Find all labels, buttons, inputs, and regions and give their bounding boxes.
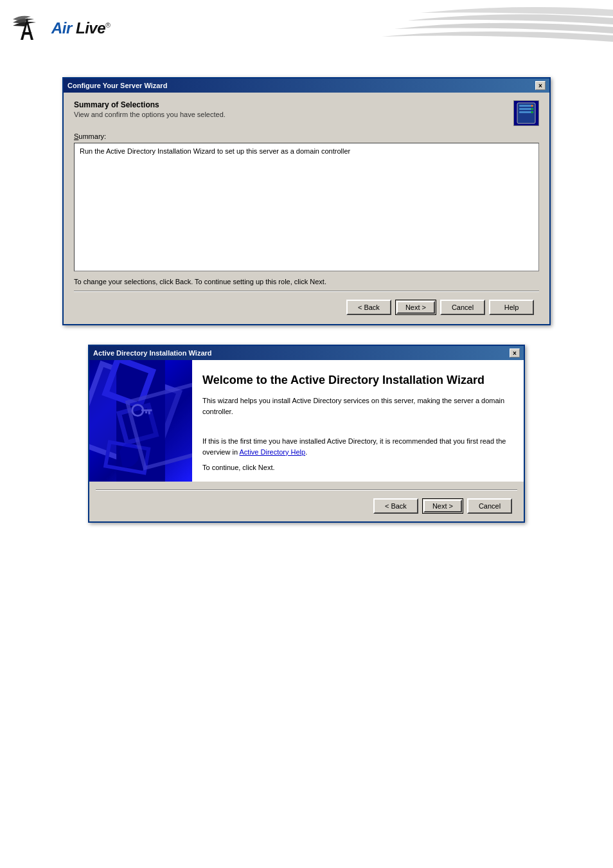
summary-label: Summary: — [74, 132, 539, 140]
ad-wizard-close-button[interactable]: × — [510, 348, 520, 357]
svg-point-10 — [132, 405, 143, 416]
configure-wizard-dialog: Configure Your Server Wizard × Summary o… — [62, 77, 551, 325]
configure-wizard-header: Summary of Selections View and confirm t… — [74, 100, 539, 126]
airlive-logo-icon — [12, 12, 49, 45]
ad-continue-text: To continue, click Next. — [202, 464, 513, 471]
configure-wizard-body: Summary of Selections View and confirm t… — [64, 93, 549, 324]
logo-air: Air — [51, 19, 72, 37]
ad-separator — [96, 489, 517, 491]
ad-next-button[interactable]: Next > — [423, 500, 462, 512]
logo-registered: ® — [105, 21, 111, 29]
ad-wizard-buttons: < Back Next > Cancel — [96, 494, 517, 518]
ad-panel-decoration — [89, 360, 192, 482]
main-content: Configure Your Server Wizard × Summary o… — [0, 71, 613, 536]
configure-back-button[interactable]: < Back — [346, 300, 391, 315]
summary-content: Run the Active Directory Installation Wi… — [80, 147, 350, 155]
configure-wizard-heading: Summary of Selections — [74, 100, 226, 109]
ad-left-image — [89, 360, 192, 482]
configure-wizard-close-button[interactable]: × — [535, 81, 546, 90]
ad-wizard-body: Welcome to the Active Directory Installa… — [89, 360, 524, 482]
server-icon — [515, 102, 538, 125]
svg-rect-11 — [141, 410, 152, 411]
configure-help-button[interactable]: Help — [489, 300, 534, 315]
ad-welcome-title: Welcome to the Active Directory Installa… — [202, 373, 513, 388]
ad-wizard-title: Active Directory Installation Wizard — [93, 349, 212, 357]
ad-wizard-titlebar: Active Directory Installation Wizard × — [89, 346, 524, 360]
ad-help-link[interactable]: Active Directory Help — [239, 448, 305, 456]
dialog-separator — [74, 291, 539, 292]
svg-point-4 — [531, 105, 533, 107]
ad-next-wrapper: Next > — [422, 498, 463, 514]
configure-wizard-subheading: View and confirm the options you have se… — [74, 111, 226, 118]
ad-left-panel — [89, 360, 192, 482]
ad-cancel-button[interactable]: Cancel — [467, 498, 512, 514]
ad-back-button[interactable]: < Back — [373, 498, 418, 514]
configure-next-button[interactable]: Next > — [396, 301, 435, 314]
configure-wizard-title: Configure Your Server Wizard — [67, 82, 167, 89]
logo-area: Air Live® — [12, 12, 111, 45]
configure-wizard-titlebar: Configure Your Server Wizard × — [64, 78, 549, 93]
ad-wizard-dialog: Active Directory Installation Wizard × — [88, 345, 525, 523]
configure-wizard-header-text: Summary of Selections View and confirm t… — [74, 100, 226, 118]
svg-point-5 — [531, 108, 533, 110]
svg-point-6 — [531, 111, 533, 113]
ad-intro-text: This wizard helps you install Active Dir… — [202, 395, 513, 417]
header: Air Live® — [0, 0, 613, 71]
ad-right-panel: Welcome to the Active Directory Installa… — [192, 360, 524, 482]
logo-live: Live — [72, 19, 105, 37]
svg-rect-12 — [148, 411, 150, 415]
svg-rect-13 — [145, 411, 147, 413]
ad-wizard-footer: < Back Next > Cancel — [89, 482, 524, 521]
configure-next-wrapper: Next > — [395, 300, 436, 315]
configure-footer-text: To change your selections, click Back. T… — [74, 278, 539, 285]
ad-info-text: If this is the first time you have insta… — [202, 436, 513, 457]
configure-cancel-button[interactable]: Cancel — [440, 300, 485, 315]
summary-box: Run the Active Directory Installation Wi… — [74, 143, 539, 271]
configure-wizard-icon — [513, 100, 539, 126]
configure-wizard-buttons: < Back Next > Cancel Help — [74, 296, 539, 319]
header-decoration — [292, 0, 613, 64]
ad-info-text-2: . — [305, 448, 307, 456]
